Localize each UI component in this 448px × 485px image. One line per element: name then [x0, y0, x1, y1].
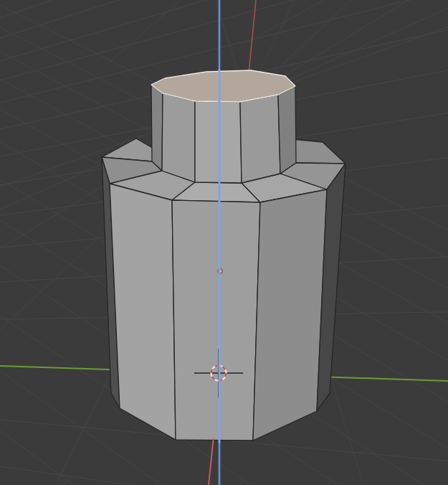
mesh-face[interactable] [110, 184, 176, 440]
viewport-3d[interactable] [0, 0, 448, 485]
mesh-face[interactable] [253, 189, 327, 441]
viewport-canvas[interactable] [0, 0, 448, 485]
mesh-face[interactable] [172, 200, 260, 441]
mesh-face[interactable] [240, 95, 280, 183]
mesh-face[interactable] [195, 101, 242, 183]
mesh-face[interactable] [278, 86, 296, 174]
mesh-face[interactable] [151, 85, 163, 171]
mesh-face[interactable] [162, 93, 195, 182]
